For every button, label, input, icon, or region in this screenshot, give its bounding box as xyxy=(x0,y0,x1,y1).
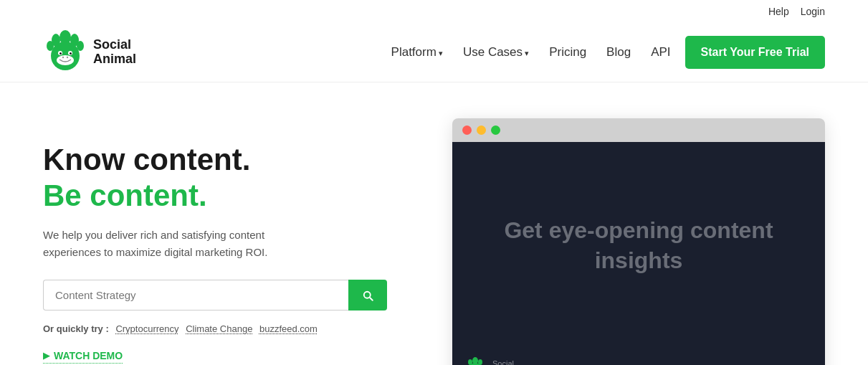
hero-title-plain: Know content. xyxy=(43,142,387,178)
svg-point-16 xyxy=(478,359,482,365)
search-button[interactable] xyxy=(348,280,387,311)
watch-demo-link[interactable]: ▶ WATCH DEMO xyxy=(43,350,123,364)
browser-titlebar xyxy=(452,118,825,142)
nav-item-api[interactable]: API xyxy=(651,45,670,60)
login-link[interactable]: Login xyxy=(801,6,825,17)
footer-logo-social: Social xyxy=(492,359,517,365)
logo-text: Social Animal xyxy=(93,38,136,67)
search-icon xyxy=(361,289,374,302)
browser-footer-text: Social Animal xyxy=(492,359,517,365)
browser-dot-red xyxy=(462,125,472,135)
quick-try-climate-change[interactable]: Climate Change xyxy=(186,323,252,334)
browser-content: Get eye-opening contentinsights xyxy=(452,142,825,350)
svg-point-9 xyxy=(59,52,62,54)
logo-icon xyxy=(43,30,87,75)
svg-point-12 xyxy=(67,57,68,58)
help-link[interactable]: Help xyxy=(768,6,789,17)
search-input[interactable] xyxy=(43,280,348,311)
nav-links: Platform Use Cases Pricing Blog API xyxy=(391,45,671,60)
browser-footer: Social Animal xyxy=(452,350,825,365)
logo-animal: Animal xyxy=(93,52,136,67)
cta-button[interactable]: Start Your Free Trial xyxy=(685,36,825,69)
svg-point-10 xyxy=(70,52,72,54)
browser-dot-yellow xyxy=(477,125,486,135)
svg-point-15 xyxy=(468,359,472,365)
quick-try-cryptocurrency[interactable]: Cryptocurrency xyxy=(115,323,178,334)
browser-mockup: Get eye-opening contentinsights Social xyxy=(452,118,825,365)
browser-insight-text: Get eye-opening contentinsights xyxy=(504,216,773,275)
svg-point-6 xyxy=(57,55,74,65)
hero-subtitle: We help you deliver rich and satisfying … xyxy=(43,227,315,261)
nav-item-blog[interactable]: Blog xyxy=(606,45,631,60)
nav-link-api[interactable]: API xyxy=(651,45,670,59)
navbar: Social Animal Platform Use Cases Pricing… xyxy=(0,23,868,82)
nav-item-platform[interactable]: Platform xyxy=(391,45,443,60)
nav-item-use-cases[interactable]: Use Cases xyxy=(463,45,529,60)
logo-link[interactable]: Social Animal xyxy=(43,30,136,75)
hero-title-green: Be content. xyxy=(43,178,387,214)
logo-social: Social xyxy=(93,38,136,52)
quick-try: Or quickly try : Cryptocurrency Climate … xyxy=(43,323,387,334)
quick-try-buzzfeed[interactable]: buzzfeed.com xyxy=(259,323,318,334)
play-icon: ▶ xyxy=(43,351,49,361)
hero-left: Know content. Be content. We help you de… xyxy=(43,142,387,364)
nav-link-pricing[interactable]: Pricing xyxy=(549,45,586,59)
nav-link-platform[interactable]: Platform xyxy=(391,45,443,59)
nav-link-blog[interactable]: Blog xyxy=(606,45,631,59)
watch-demo-label: WATCH DEMO xyxy=(54,350,123,361)
nav-item-pricing[interactable]: Pricing xyxy=(549,45,586,60)
hero-right: Get eye-opening contentinsights Social xyxy=(444,118,825,365)
search-bar xyxy=(43,280,387,311)
browser-dot-green xyxy=(491,125,500,135)
top-bar: Help Login xyxy=(0,0,868,23)
svg-point-14 xyxy=(472,357,478,364)
svg-point-11 xyxy=(62,57,64,58)
hero-section: Know content. Be content. We help you de… xyxy=(0,82,868,365)
quick-try-label: Or quickly try : xyxy=(43,323,109,334)
browser-footer-logo xyxy=(464,357,487,365)
nav-link-use-cases[interactable]: Use Cases xyxy=(463,45,529,59)
